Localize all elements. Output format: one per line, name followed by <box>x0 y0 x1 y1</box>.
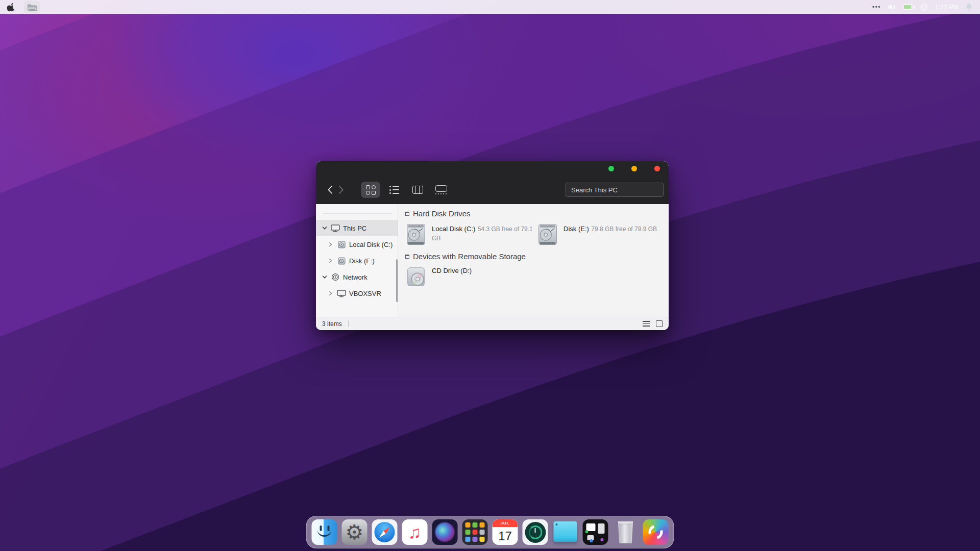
overflow-menu-icon[interactable]: ••• <box>872 4 881 10</box>
sync-app-dock-icon[interactable] <box>643 519 669 545</box>
icon-view-button[interactable] <box>361 182 380 198</box>
sidebar: This PC Local Disk (C:) <box>316 204 398 317</box>
sidebar-item-this-pc[interactable]: This PC <box>316 220 398 236</box>
group-header-hard-disk-drives[interactable]: Hard Disk Drives <box>405 209 669 218</box>
mission-control-dock-icon[interactable] <box>583 519 608 545</box>
hard-drive-icon <box>405 223 427 246</box>
window-toolbar <box>316 176 669 204</box>
globe-icon[interactable] <box>920 3 928 11</box>
traffic-light-yellow[interactable] <box>631 166 637 171</box>
sidebar-item-disk-e[interactable]: Disk (E:) <box>316 253 398 269</box>
drive-name: Local Disk (C:) <box>432 225 475 233</box>
menu-bar: ••• 1:23 PM <box>0 0 980 14</box>
group-collapse-icon[interactable] <box>405 212 409 216</box>
siri-dock-icon[interactable] <box>432 519 458 545</box>
forward-button[interactable] <box>335 183 347 197</box>
network-icon <box>330 273 340 281</box>
chevron-right-icon[interactable] <box>327 258 334 263</box>
dock: ⚙ ♫ JUL 17 <box>306 516 674 548</box>
sidebar-item-label: VBOXSVR <box>349 290 381 297</box>
sidebar-divider <box>323 213 391 214</box>
cd-drive-icon <box>405 266 427 288</box>
content-area: Hard Disk Drives <box>398 204 669 317</box>
sidebar-item-label: This PC <box>343 224 366 232</box>
stickies-dock-icon[interactable] <box>553 519 578 545</box>
back-button[interactable] <box>324 183 335 197</box>
sidebar-item-network[interactable]: Network <box>316 269 398 285</box>
free-space-text: 79.8 GB free of 79.9 GB <box>591 226 657 233</box>
window-titlebar[interactable] <box>316 161 669 204</box>
sidebar-scrollbar[interactable] <box>396 259 398 302</box>
chevron-down-icon[interactable] <box>321 274 328 280</box>
music-dock-icon[interactable]: ♫ <box>402 519 428 545</box>
search-input[interactable] <box>566 183 664 197</box>
sidebar-item-label: Network <box>343 273 368 281</box>
drive-name: Disk (E:) <box>564 225 589 233</box>
system-preferences-dock-icon[interactable]: ⚙ <box>342 519 368 545</box>
notification-bell-icon[interactable] <box>965 3 973 11</box>
sidebar-item-label: Disk (E:) <box>349 257 375 265</box>
safari-dock-icon[interactable] <box>372 519 398 545</box>
group-header-removable-storage[interactable]: Devices with Removable Storage <box>405 252 669 261</box>
chevron-down-icon[interactable] <box>321 226 328 231</box>
large-icon-view-icon[interactable] <box>656 320 663 327</box>
hard-drive-icon <box>537 223 558 246</box>
drive-name: CD Drive (D:) <box>432 266 472 288</box>
chevron-right-icon[interactable] <box>327 242 334 247</box>
group-collapse-icon[interactable] <box>405 255 409 259</box>
sidebar-item-label: Local Disk (C:) <box>349 241 393 248</box>
list-view-button[interactable] <box>384 182 404 198</box>
status-bar: 3 items <box>316 317 669 330</box>
active-app-files-icon[interactable] <box>24 1 40 13</box>
drive-icon <box>336 257 347 265</box>
sidebar-item-local-disk-c[interactable]: Local Disk (C:) <box>316 236 398 253</box>
apple-menu-icon[interactable] <box>7 3 15 12</box>
drive-item-local-disk-c[interactable]: Local Disk (C:) 54.3 GB free of 79.1 GB <box>405 223 537 246</box>
volume-icon[interactable] <box>888 4 896 11</box>
chevron-right-icon[interactable] <box>327 291 334 296</box>
details-view-icon[interactable] <box>643 321 650 326</box>
calendar-month: JUL <box>493 519 518 527</box>
calendar-day: 17 <box>493 527 518 545</box>
trash-dock-icon[interactable] <box>613 519 639 545</box>
column-view-button[interactable] <box>408 182 427 198</box>
file-manager-window: This PC Local Disk (C:) <box>316 161 669 330</box>
gallery-view-button[interactable] <box>431 182 451 198</box>
computer-icon <box>330 224 340 232</box>
menu-bar-clock[interactable]: 1:23 PM <box>935 4 959 11</box>
traffic-light-red[interactable] <box>654 166 660 171</box>
battery-icon[interactable] <box>903 4 914 10</box>
drive-item-disk-e[interactable]: Disk (E:) 79.8 GB free of 79.9 GB <box>537 223 669 246</box>
traffic-light-green[interactable] <box>608 166 614 171</box>
finder-dock-icon[interactable] <box>312 519 337 545</box>
time-machine-dock-icon[interactable] <box>523 519 548 545</box>
computer-icon <box>336 290 347 297</box>
sidebar-item-vboxsvr[interactable]: VBOXSVR <box>316 285 398 302</box>
status-divider <box>348 320 349 327</box>
launchpad-dock-icon[interactable] <box>462 519 488 545</box>
desktop: ••• 1:23 PM <box>0 0 980 551</box>
items-count: 3 items <box>322 320 342 328</box>
drive-icon <box>336 241 347 248</box>
calendar-dock-icon[interactable]: JUL 17 <box>493 519 518 545</box>
drive-item-cd-drive-d[interactable]: CD Drive (D:) <box>405 266 669 288</box>
